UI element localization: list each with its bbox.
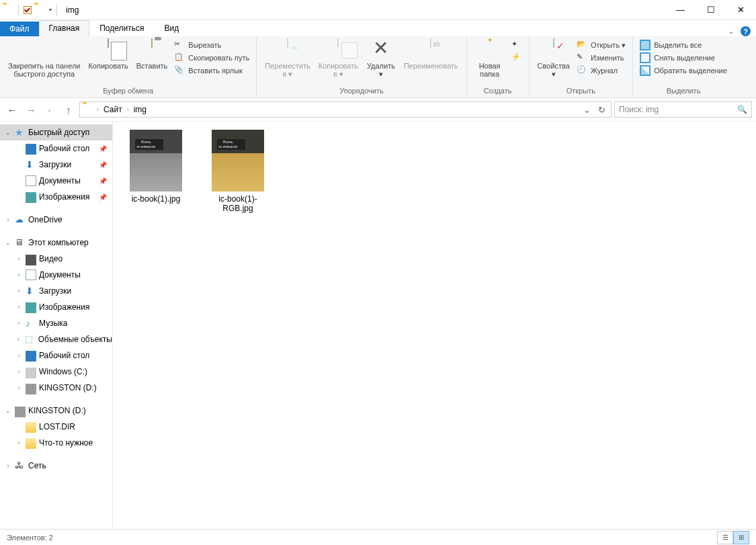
edit-icon: ✎ xyxy=(577,52,587,63)
address-row: ← → ⌄ ↑ › Сайт › img ⌄ ↻ Поиск: img 🔍 xyxy=(0,98,756,121)
pictures-icon xyxy=(26,192,36,203)
chevron-down-icon[interactable]: ⌄ xyxy=(4,129,12,136)
nav-this-pc[interactable]: ⌄🖥Этот компьютер xyxy=(0,235,112,251)
address-seg-1[interactable]: Сайт xyxy=(102,105,124,114)
nav-kingston-d[interactable]: ⌄KINGSTON (D:) xyxy=(0,403,112,419)
newfolder-icon xyxy=(479,39,501,60)
nav-documents[interactable]: Документы📌 xyxy=(0,173,112,189)
easyaccess-button[interactable]: ⚡ xyxy=(509,52,525,64)
nav-3dobjects[interactable]: ›⬚Объемные объекты xyxy=(0,331,112,347)
help-icon[interactable]: ? xyxy=(741,26,751,36)
qat-newfolder-icon[interactable] xyxy=(34,5,45,15)
rename-icon xyxy=(420,39,442,60)
search-input[interactable]: Поиск: img 🔍 xyxy=(614,101,752,118)
view-icons-button[interactable]: ⊞ xyxy=(733,531,749,544)
qat-dropdown-icon[interactable]: ▾ xyxy=(49,7,52,13)
nav-something[interactable]: ›Что-то нужное xyxy=(0,435,112,451)
nav-lostdir[interactable]: LOST.DIR xyxy=(0,419,112,435)
view-details-button[interactable]: ☰ xyxy=(717,531,733,544)
file-item[interactable]: ic-book(1).jpg xyxy=(125,130,187,204)
paste-button[interactable]: Вставить xyxy=(132,38,172,71)
newfolder-button[interactable]: Новая папка xyxy=(471,38,509,79)
file-thumbnail xyxy=(212,130,264,192)
nav-desktop-pc[interactable]: ›Рабочий стол xyxy=(0,347,112,364)
tab-view[interactable]: Вид xyxy=(154,20,189,36)
close-button[interactable]: ✕ xyxy=(726,0,756,20)
chevron-right-icon[interactable]: › xyxy=(4,216,12,223)
usb-icon xyxy=(26,384,36,394)
nav-desktop[interactable]: Рабочий стол📌 xyxy=(0,140,112,157)
properties-button[interactable]: Свойства ▾ xyxy=(534,38,574,80)
nav-quick-access[interactable]: ⌄★Быстрый доступ xyxy=(0,124,112,140)
tab-share[interactable]: Поделиться xyxy=(89,20,154,36)
address-root-chevron-icon[interactable]: › xyxy=(95,106,100,113)
content-pane[interactable]: ic-book(1).jpg ic-book(1)-RGB.jpg xyxy=(113,122,756,529)
nav-pictures[interactable]: Изображения📌 xyxy=(0,189,112,205)
back-button[interactable]: ← xyxy=(4,101,20,118)
nav-music[interactable]: ›♪Музыка xyxy=(0,315,112,331)
pin-quickaccess-button[interactable]: Закрепить на панели быстрого доступа xyxy=(4,38,84,79)
history-button[interactable]: 🕘Журнал xyxy=(574,65,628,77)
nav-disk-d[interactable]: ›KINGSTON (D:) xyxy=(0,380,112,396)
address-bar[interactable]: › Сайт › img ⌄ ↻ xyxy=(79,101,612,118)
forward-button[interactable]: → xyxy=(23,101,39,118)
open-button[interactable]: 📂Открыть ▾ xyxy=(574,39,628,51)
up-button[interactable]: ↑ xyxy=(60,101,77,118)
scissors-icon: ✂ xyxy=(174,40,185,50)
maximize-button[interactable]: ☐ xyxy=(696,0,726,20)
edit-button[interactable]: ✎Изменить xyxy=(574,52,628,64)
open-icon: 📂 xyxy=(577,40,587,50)
copypath-button[interactable]: 📋Скопировать путь xyxy=(171,52,252,64)
chevron-down-icon[interactable]: ⌄ xyxy=(4,239,12,246)
address-chevron-1-icon[interactable]: › xyxy=(126,106,130,113)
search-placeholder: Поиск: img xyxy=(619,105,659,114)
minimize-button[interactable]: — xyxy=(665,0,696,20)
properties-icon xyxy=(543,39,564,60)
desktop-icon xyxy=(26,144,36,155)
delete-icon: ✕ xyxy=(370,39,392,60)
nav-downloads-pc[interactable]: ›⬇Загрузки xyxy=(0,283,112,299)
address-seg-2[interactable]: img xyxy=(132,105,148,114)
chevron-down-icon[interactable]: ⌄ xyxy=(4,407,12,414)
selectnone-button[interactable]: Снять выделение xyxy=(637,52,730,64)
address-dropdown-icon[interactable]: ⌄ xyxy=(580,105,593,115)
pin-icon: 📌 xyxy=(99,177,112,185)
selectall-button[interactable]: Выделить все xyxy=(637,39,730,51)
collapse-ribbon-icon[interactable]: ⌄ xyxy=(728,28,734,35)
newitem-button[interactable]: ✦ xyxy=(509,39,525,51)
documents-icon xyxy=(26,269,36,280)
copy-button[interactable]: Копировать xyxy=(84,38,132,71)
copyto-icon xyxy=(327,39,349,60)
paste-icon xyxy=(141,39,163,60)
nav-onedrive[interactable]: ›☁OneDrive xyxy=(0,212,112,228)
recent-dropdown-icon[interactable]: ⌄ xyxy=(42,101,58,118)
nav-pictures-pc[interactable]: ›Изображения xyxy=(0,299,112,315)
pastelink-button[interactable]: 📎Вставить ярлык xyxy=(171,65,252,77)
qat-properties-icon[interactable] xyxy=(24,6,32,14)
nav-network[interactable]: ›🖧Сеть xyxy=(0,458,112,474)
star-icon: ★ xyxy=(15,127,26,138)
pin-icon: 📌 xyxy=(99,194,112,201)
cut-button[interactable]: ✂Вырезать xyxy=(171,39,252,51)
nav-documents-pc[interactable]: ›Документы xyxy=(0,267,112,283)
moveto-button[interactable]: Переместить в ▾ xyxy=(261,38,314,80)
nav-downloads[interactable]: ⬇Загрузки📌 xyxy=(0,157,112,173)
rename-button[interactable]: Переименовать xyxy=(400,38,462,71)
downloads-icon: ⬇ xyxy=(26,286,36,296)
refresh-icon[interactable]: ↻ xyxy=(595,105,608,115)
app-folder-icon xyxy=(3,5,13,15)
file-item[interactable]: ic-book(1)-RGB.jpg xyxy=(207,130,269,213)
group-open-label: Открыть xyxy=(534,85,629,96)
desktop-icon xyxy=(26,351,36,362)
delete-button[interactable]: ✕Удалить ▾ xyxy=(362,38,400,80)
tab-file[interactable]: Файл xyxy=(0,22,39,36)
selectinvert-button[interactable]: Обратить выделение xyxy=(637,65,730,77)
copyto-button[interactable]: Копировать в ▾ xyxy=(314,38,362,80)
nav-video[interactable]: ›Видео xyxy=(0,251,112,267)
cube-icon: ⬚ xyxy=(25,334,36,345)
file-thumbnail xyxy=(130,130,182,192)
search-icon: 🔍 xyxy=(737,105,747,114)
chevron-right-icon[interactable]: › xyxy=(4,462,12,469)
tab-home[interactable]: Главная xyxy=(39,20,90,36)
nav-disk-c[interactable]: ›Windows (C:) xyxy=(0,364,112,380)
